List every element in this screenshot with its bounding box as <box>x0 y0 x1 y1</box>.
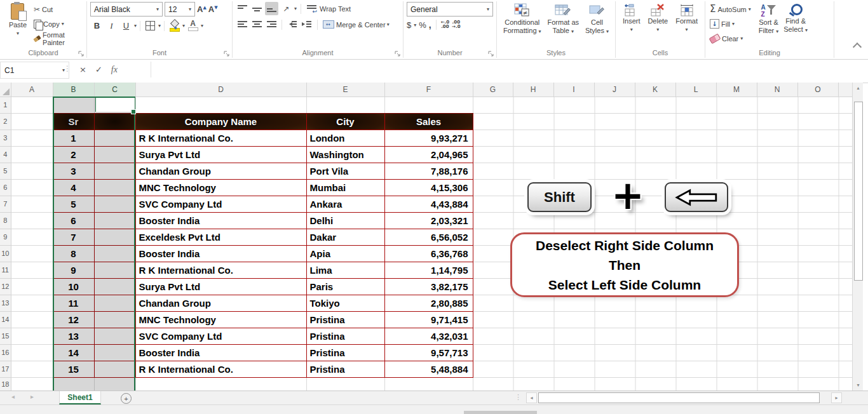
fill-button[interactable]: ↓ Fill ▾ <box>709 17 752 31</box>
number-dialog-launcher-icon[interactable] <box>488 51 494 57</box>
cell-city[interactable]: Mumbai <box>306 179 384 196</box>
scroll-left-button[interactable]: ◂ <box>526 392 537 403</box>
format-painter-button[interactable]: Format Painter <box>32 31 83 46</box>
table-header-sales[interactable]: Sales <box>384 113 473 130</box>
wrap-text-label[interactable]: Wrap Text <box>320 5 351 13</box>
insert-function-button[interactable]: fx <box>111 65 118 75</box>
row-header-4[interactable]: 4 <box>0 146 11 163</box>
column-header-M[interactable]: M <box>716 83 757 97</box>
new-sheet-button[interactable]: + <box>121 393 132 404</box>
clipboard-dialog-launcher-icon[interactable] <box>78 51 85 57</box>
scroll-right-button[interactable]: ▸ <box>831 392 842 403</box>
cell-sales[interactable]: 9,57,713 <box>384 344 473 361</box>
row-header-2[interactable]: 2 <box>0 113 11 130</box>
empty-cells[interactable] <box>473 361 852 377</box>
empty-cells[interactable] <box>473 212 852 229</box>
column-header-A[interactable]: A <box>11 83 53 97</box>
cell-company[interactable]: SVC Company Ltd <box>135 328 306 344</box>
column-header-O[interactable]: O <box>797 83 838 97</box>
merge-center-button[interactable]: ↔ <box>322 18 335 31</box>
merge-center-label[interactable]: Merge & Center <box>336 21 386 29</box>
cell-D1[interactable] <box>135 97 306 113</box>
column-header-L[interactable]: L <box>675 83 716 97</box>
cell-styles-button[interactable]: Cell Styles ▾ <box>583 2 611 37</box>
cell-city[interactable]: Pristina <box>306 344 384 361</box>
row-header-3[interactable]: 3 <box>0 130 11 146</box>
row-header-16[interactable]: 16 <box>0 344 11 361</box>
name-box[interactable]: C1 ▾ <box>0 62 69 79</box>
cell-city[interactable]: Pristina <box>306 311 384 328</box>
empty-cells[interactable] <box>473 146 852 163</box>
font-size-combobox[interactable]: 12 ▾ <box>165 2 195 17</box>
column-header-E[interactable]: E <box>306 83 384 97</box>
row-header-9[interactable]: 9 <box>0 229 11 245</box>
cell-city[interactable]: Lima <box>306 262 384 278</box>
cell-sales[interactable]: 4,43,884 <box>384 196 473 212</box>
column-header-F[interactable]: F <box>384 83 473 97</box>
row-header-10[interactable]: 10 <box>0 245 11 262</box>
empty-cells[interactable] <box>473 377 852 391</box>
insert-cells-button[interactable]: Insert ▾ <box>620 2 643 35</box>
row-header-5[interactable]: 5 <box>0 163 11 179</box>
cell[interactable] <box>135 377 306 391</box>
increase-indent-button[interactable] <box>300 18 313 31</box>
chevron-down-icon[interactable]: ▾ <box>134 23 137 29</box>
cell[interactable] <box>11 377 53 391</box>
decrease-font-size-button[interactable]: A▼ <box>208 4 218 14</box>
cell-sales[interactable]: 4,32,031 <box>384 328 473 344</box>
cell-company[interactable]: MNC Technology <box>135 179 306 196</box>
cell[interactable] <box>11 344 53 361</box>
table-header-city[interactable]: City <box>306 113 384 130</box>
paste-button[interactable]: Paste ▾ <box>3 2 32 39</box>
chevron-down-icon[interactable]: ▾ <box>201 23 203 29</box>
percent-style-button[interactable]: % <box>419 20 426 30</box>
cell-sales[interactable]: 2,03,321 <box>384 212 473 229</box>
row-header-17[interactable]: 17 <box>0 361 11 377</box>
row-header-12[interactable]: 12 <box>0 278 11 295</box>
format-cells-button[interactable]: Format ▾ <box>673 2 700 35</box>
cell[interactable] <box>11 328 53 344</box>
column-header-K[interactable]: K <box>635 83 675 97</box>
cell-company[interactable]: MNC Technology <box>135 311 306 328</box>
vertical-scrollbar[interactable]: ▴ ▾ <box>852 83 863 391</box>
row-header-14[interactable]: 14 <box>0 311 11 328</box>
column-header-C[interactable]: C <box>94 83 135 97</box>
italic-button[interactable]: I <box>105 19 118 32</box>
increase-font-size-button[interactable]: A▲ <box>197 4 207 14</box>
cell[interactable] <box>11 311 53 328</box>
cut-button[interactable]: ✂ Cut <box>32 2 83 17</box>
borders-button[interactable] <box>144 19 157 32</box>
cell[interactable] <box>11 179 53 196</box>
empty-cells[interactable] <box>473 328 852 344</box>
bold-button[interactable]: B <box>90 19 104 32</box>
wrap-text-button[interactable] <box>305 2 318 15</box>
prev-sheet-icon[interactable]: ◂ <box>11 393 15 400</box>
cell-city[interactable]: Ankara <box>306 196 384 212</box>
cell-company[interactable]: Booster India <box>135 344 306 361</box>
column-header-I[interactable]: I <box>553 83 594 97</box>
cell-sales[interactable]: 2,80,885 <box>384 295 473 311</box>
enter-check-icon[interactable]: ✓ <box>95 65 102 74</box>
cell-city[interactable]: Pristina <box>306 361 384 377</box>
formula-bar-splitter-icon[interactable]: ⋮ <box>64 64 71 73</box>
cell-sales[interactable]: 5,48,884 <box>384 361 473 377</box>
cell-sales[interactable]: 3,82,175 <box>384 278 473 295</box>
row-header-6[interactable]: 6 <box>0 179 11 196</box>
cell-city[interactable]: Tokiyo <box>306 295 384 311</box>
font-name-combobox[interactable]: Arial Black ▾ <box>90 2 163 17</box>
row-header-7[interactable]: 7 <box>0 196 11 212</box>
chevron-down-icon[interactable]: ▾ <box>294 6 297 11</box>
font-color-button[interactable]: A <box>186 19 200 32</box>
next-sheet-icon[interactable]: ▸ <box>31 393 34 400</box>
orientation-button[interactable]: ↗ <box>280 2 293 15</box>
cell-sales[interactable]: 7,88,176 <box>384 163 473 179</box>
align-right-button[interactable] <box>265 18 278 31</box>
column-header-G[interactable]: G <box>473 83 513 97</box>
empty-cells[interactable] <box>473 97 852 113</box>
column-header-N[interactable]: N <box>757 83 797 97</box>
number-format-combobox[interactable]: General ▾ <box>407 2 493 17</box>
decrease-decimal-button[interactable]: .00→.0 <box>452 20 460 29</box>
cell[interactable] <box>11 262 53 278</box>
chevron-down-icon[interactable]: ▾ <box>387 22 390 27</box>
active-cell-C1[interactable] <box>95 98 135 112</box>
